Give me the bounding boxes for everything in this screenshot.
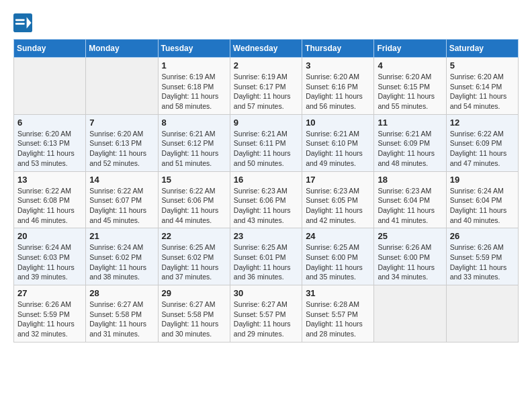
day-info: Sunrise: 6:25 AM Sunset: 6:02 PM Dayligh… bbox=[162, 242, 226, 282]
calendar-cell: 14Sunrise: 6:22 AM Sunset: 6:07 PM Dayli… bbox=[86, 171, 158, 228]
calendar-cell: 21Sunrise: 6:24 AM Sunset: 6:02 PM Dayli… bbox=[86, 228, 158, 285]
calendar-week-row: 27Sunrise: 6:26 AM Sunset: 5:59 PM Dayli… bbox=[14, 285, 519, 342]
calendar-table: SundayMondayTuesdayWednesdayThursdayFrid… bbox=[13, 39, 519, 342]
weekday-header: Monday bbox=[86, 40, 158, 58]
day-info: Sunrise: 6:21 AM Sunset: 6:09 PM Dayligh… bbox=[378, 129, 442, 169]
day-number: 10 bbox=[306, 118, 370, 128]
calendar-cell: 26Sunrise: 6:26 AM Sunset: 5:59 PM Dayli… bbox=[446, 228, 518, 285]
day-info: Sunrise: 6:26 AM Sunset: 5:59 PM Dayligh… bbox=[17, 300, 82, 339]
day-number: 25 bbox=[378, 231, 442, 241]
calendar-cell: 11Sunrise: 6:21 AM Sunset: 6:09 PM Dayli… bbox=[374, 114, 446, 171]
day-number: 11 bbox=[378, 118, 442, 128]
weekday-header: Thursday bbox=[302, 40, 374, 58]
calendar-cell: 6Sunrise: 6:20 AM Sunset: 6:13 PM Daylig… bbox=[14, 114, 86, 171]
day-number: 6 bbox=[17, 118, 82, 128]
calendar-cell: 2Sunrise: 6:19 AM Sunset: 6:17 PM Daylig… bbox=[230, 58, 302, 115]
calendar-cell: 25Sunrise: 6:26 AM Sunset: 6:00 PM Dayli… bbox=[374, 228, 446, 285]
calendar-cell bbox=[374, 285, 446, 342]
calendar-week-row: 1Sunrise: 6:19 AM Sunset: 6:18 PM Daylig… bbox=[14, 58, 519, 115]
weekday-header: Tuesday bbox=[158, 40, 230, 58]
calendar-cell: 31Sunrise: 6:28 AM Sunset: 5:57 PM Dayli… bbox=[302, 285, 374, 342]
day-info: Sunrise: 6:23 AM Sunset: 6:05 PM Dayligh… bbox=[306, 186, 370, 226]
day-info: Sunrise: 6:21 AM Sunset: 6:10 PM Dayligh… bbox=[306, 129, 370, 169]
day-number: 24 bbox=[306, 231, 370, 241]
day-number: 4 bbox=[378, 60, 442, 71]
calendar-cell: 17Sunrise: 6:23 AM Sunset: 6:05 PM Dayli… bbox=[302, 171, 374, 228]
weekday-header: Sunday bbox=[14, 40, 86, 58]
calendar-header-row: SundayMondayTuesdayWednesdayThursdayFrid… bbox=[14, 40, 519, 58]
calendar-cell: 5Sunrise: 6:20 AM Sunset: 6:14 PM Daylig… bbox=[446, 58, 518, 115]
calendar-cell: 23Sunrise: 6:25 AM Sunset: 6:01 PM Dayli… bbox=[230, 228, 302, 285]
day-info: Sunrise: 6:22 AM Sunset: 6:07 PM Dayligh… bbox=[89, 186, 154, 226]
calendar-cell: 8Sunrise: 6:21 AM Sunset: 6:12 PM Daylig… bbox=[158, 114, 230, 171]
day-number: 13 bbox=[17, 175, 82, 185]
day-info: Sunrise: 6:27 AM Sunset: 5:57 PM Dayligh… bbox=[234, 300, 298, 339]
svg-rect-2 bbox=[15, 19, 25, 21]
day-info: Sunrise: 6:21 AM Sunset: 6:12 PM Dayligh… bbox=[162, 129, 226, 169]
day-info: Sunrise: 6:22 AM Sunset: 6:06 PM Dayligh… bbox=[162, 186, 226, 226]
calendar-cell: 22Sunrise: 6:25 AM Sunset: 6:02 PM Dayli… bbox=[158, 228, 230, 285]
calendar-cell: 24Sunrise: 6:25 AM Sunset: 6:00 PM Dayli… bbox=[302, 228, 374, 285]
calendar-cell bbox=[14, 58, 86, 115]
calendar-cell bbox=[86, 58, 158, 115]
day-info: Sunrise: 6:25 AM Sunset: 6:00 PM Dayligh… bbox=[306, 242, 370, 282]
logo bbox=[13, 13, 34, 32]
day-info: Sunrise: 6:19 AM Sunset: 6:17 PM Dayligh… bbox=[234, 72, 298, 111]
calendar-cell: 1Sunrise: 6:19 AM Sunset: 6:18 PM Daylig… bbox=[158, 58, 230, 115]
day-number: 8 bbox=[162, 118, 226, 128]
day-number: 19 bbox=[450, 175, 515, 185]
day-number: 26 bbox=[450, 231, 515, 241]
svg-rect-3 bbox=[15, 23, 25, 25]
day-number: 27 bbox=[17, 288, 82, 298]
day-number: 7 bbox=[89, 118, 154, 128]
calendar-cell: 9Sunrise: 6:21 AM Sunset: 6:11 PM Daylig… bbox=[230, 114, 302, 171]
day-number: 17 bbox=[306, 175, 370, 185]
day-info: Sunrise: 6:26 AM Sunset: 6:00 PM Dayligh… bbox=[378, 242, 442, 282]
day-info: Sunrise: 6:22 AM Sunset: 6:09 PM Dayligh… bbox=[450, 129, 515, 169]
day-info: Sunrise: 6:23 AM Sunset: 6:06 PM Dayligh… bbox=[234, 186, 298, 226]
day-info: Sunrise: 6:24 AM Sunset: 6:02 PM Dayligh… bbox=[89, 242, 154, 282]
calendar-cell: 18Sunrise: 6:23 AM Sunset: 6:04 PM Dayli… bbox=[374, 171, 446, 228]
day-info: Sunrise: 6:20 AM Sunset: 6:13 PM Dayligh… bbox=[17, 129, 82, 169]
day-info: Sunrise: 6:20 AM Sunset: 6:15 PM Dayligh… bbox=[378, 72, 442, 111]
day-info: Sunrise: 6:21 AM Sunset: 6:11 PM Dayligh… bbox=[234, 129, 298, 169]
day-number: 12 bbox=[450, 118, 515, 128]
day-number: 30 bbox=[234, 288, 298, 298]
day-number: 18 bbox=[378, 175, 442, 185]
calendar-week-row: 13Sunrise: 6:22 AM Sunset: 6:08 PM Dayli… bbox=[14, 171, 519, 228]
day-number: 14 bbox=[89, 175, 154, 185]
calendar-cell: 13Sunrise: 6:22 AM Sunset: 6:08 PM Dayli… bbox=[14, 171, 86, 228]
calendar-cell: 27Sunrise: 6:26 AM Sunset: 5:59 PM Dayli… bbox=[14, 285, 86, 342]
weekday-header: Friday bbox=[374, 40, 446, 58]
day-number: 15 bbox=[162, 175, 226, 185]
calendar-week-row: 20Sunrise: 6:24 AM Sunset: 6:03 PM Dayli… bbox=[14, 228, 519, 285]
calendar-cell bbox=[446, 285, 518, 342]
day-number: 21 bbox=[89, 231, 154, 241]
calendar-cell: 10Sunrise: 6:21 AM Sunset: 6:10 PM Dayli… bbox=[302, 114, 374, 171]
day-info: Sunrise: 6:27 AM Sunset: 5:58 PM Dayligh… bbox=[162, 300, 226, 339]
day-number: 2 bbox=[234, 60, 298, 71]
day-number: 16 bbox=[234, 175, 298, 185]
day-number: 23 bbox=[234, 231, 298, 241]
day-number: 3 bbox=[306, 60, 370, 71]
day-info: Sunrise: 6:28 AM Sunset: 5:57 PM Dayligh… bbox=[306, 300, 370, 339]
day-number: 1 bbox=[162, 60, 226, 71]
day-info: Sunrise: 6:24 AM Sunset: 6:03 PM Dayligh… bbox=[17, 242, 82, 282]
calendar-cell: 29Sunrise: 6:27 AM Sunset: 5:58 PM Dayli… bbox=[158, 285, 230, 342]
day-number: 31 bbox=[306, 288, 370, 298]
calendar-cell: 15Sunrise: 6:22 AM Sunset: 6:06 PM Dayli… bbox=[158, 171, 230, 228]
logo-icon bbox=[13, 13, 32, 32]
calendar-cell: 12Sunrise: 6:22 AM Sunset: 6:09 PM Dayli… bbox=[446, 114, 518, 171]
day-info: Sunrise: 6:23 AM Sunset: 6:04 PM Dayligh… bbox=[378, 186, 442, 226]
day-number: 22 bbox=[162, 231, 226, 241]
day-number: 9 bbox=[234, 118, 298, 128]
day-info: Sunrise: 6:20 AM Sunset: 6:16 PM Dayligh… bbox=[306, 72, 370, 111]
day-number: 20 bbox=[17, 231, 82, 241]
day-info: Sunrise: 6:20 AM Sunset: 6:14 PM Dayligh… bbox=[450, 72, 515, 111]
weekday-header: Saturday bbox=[446, 40, 518, 58]
calendar-cell: 3Sunrise: 6:20 AM Sunset: 6:16 PM Daylig… bbox=[302, 58, 374, 115]
calendar-cell: 20Sunrise: 6:24 AM Sunset: 6:03 PM Dayli… bbox=[14, 228, 86, 285]
calendar-cell: 7Sunrise: 6:20 AM Sunset: 6:13 PM Daylig… bbox=[86, 114, 158, 171]
day-number: 28 bbox=[89, 288, 154, 298]
calendar-cell: 19Sunrise: 6:24 AM Sunset: 6:04 PM Dayli… bbox=[446, 171, 518, 228]
